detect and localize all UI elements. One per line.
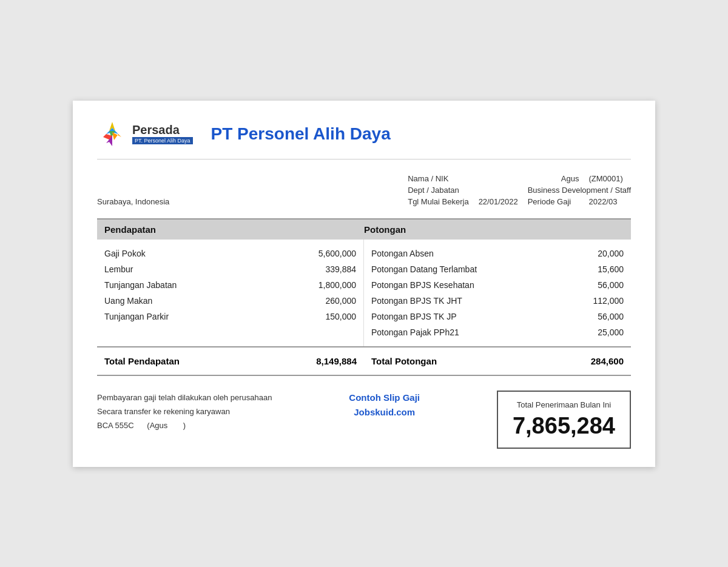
total-pendapatan-label: Total Pendapatan [104, 356, 180, 366]
logo-name: Persada [132, 123, 193, 137]
table-body: Gaji Pokok5,600,000Lembur339,884Tunjanga… [97, 240, 631, 347]
nik-value: (ZM0001) [588, 174, 631, 183]
note1: Pembayaran gaji telah dilakukan oleh per… [97, 391, 272, 404]
total-row: Total Pendapatan 8,149,884 Total Potonga… [97, 347, 631, 376]
tgl-value: 22/01/2022 [479, 197, 518, 206]
dept-value: Business Development / Staff [528, 186, 631, 195]
total-penerimaan-label: Total Penerimaan Bulan Ini [513, 400, 615, 409]
watermark-line2: Jobskuid.com [349, 405, 420, 420]
info-section: Surabaya, Indonesia Nama / NIK Agus (ZM0… [97, 174, 631, 206]
bank-account: BCA 555C (Agus ) [97, 418, 272, 432]
total-penerimaan-box: Total Penerimaan Bulan Ini 7,865,284 [497, 391, 631, 449]
pendapatan-row: Tunjangan Parkir150,000 [104, 309, 356, 324]
pendapatan-row: Lembur339,884 [104, 261, 356, 277]
total-penerimaan-amount: 7,865,284 [513, 413, 615, 439]
info-location: Surabaya, Indonesia [97, 197, 169, 206]
total-potongan: Total Potongan 284,600 [364, 354, 631, 369]
dept-label: Dept / Jabatan [408, 186, 468, 195]
potongan-row: Potongan Datang Terlambat15,600 [371, 261, 624, 277]
tgl-label: Tgl Mulai Bekerja [408, 197, 468, 206]
nama-label: Nama / NIK [408, 174, 468, 183]
slip-container: Persada PT. Personel Alih Daya PT Person… [73, 101, 655, 467]
total-potongan-value: 284,600 [591, 356, 624, 366]
info-right: Nama / NIK Agus (ZM0001) Dept / Jabatan … [408, 174, 631, 206]
potongan-row: Potongan Absen20,000 [371, 246, 624, 261]
col2-header: Potongan [364, 224, 624, 235]
total-pendapatan-value: 8,149,884 [316, 356, 357, 366]
footer: Pembayaran gaji telah dilakukan oleh per… [97, 391, 631, 449]
logo-subtitle: PT. Personel Alih Daya [132, 137, 193, 144]
footer-watermark: Contoh Slip Gaji Jobskuid.com [349, 391, 420, 420]
watermark-line1: Contoh Slip Gaji [349, 391, 420, 405]
potongan-row: Potongan Pajak PPh2125,000 [371, 324, 624, 340]
periode-value: 2022/03 [588, 197, 631, 206]
header: Persada PT. Personel Alih Daya PT Person… [97, 119, 631, 159]
pendapatan-row: Uang Makan260,000 [104, 293, 356, 309]
persada-logo-icon [97, 119, 127, 149]
col1-header: Pendapatan [104, 224, 364, 235]
company-title: PT Personel Alih Daya [211, 124, 391, 144]
note2: Secara transfer ke rekening karyawan [97, 404, 272, 418]
logo-area: Persada PT. Personel Alih Daya [97, 119, 193, 149]
potongan-row: Potongan BPJS Kesehatan56,000 [371, 277, 624, 293]
footer-left: Pembayaran gaji telah dilakukan oleh per… [97, 391, 272, 433]
potongan-section: Potongan Absen20,000Potongan Datang Terl… [364, 240, 631, 346]
potongan-row: Potongan BPJS TK JP56,000 [371, 309, 624, 324]
pendapatan-row: Gaji Pokok5,600,000 [104, 246, 356, 261]
logo-text: Persada PT. Personel Alih Daya [132, 123, 193, 144]
periode-label: Periode Gaji [528, 197, 579, 206]
potongan-row: Potongan BPJS TK JHT112,000 [371, 293, 624, 309]
pendapatan-section: Gaji Pokok5,600,000Lembur339,884Tunjanga… [97, 240, 364, 346]
nama-value: Agus [528, 174, 579, 183]
table-header: Pendapatan Potongan [97, 218, 631, 240]
total-potongan-label: Total Potongan [371, 356, 437, 366]
total-pendapatan: Total Pendapatan 8,149,884 [97, 354, 364, 369]
pendapatan-row: Tunjangan Jabatan1,800,000 [104, 277, 356, 293]
